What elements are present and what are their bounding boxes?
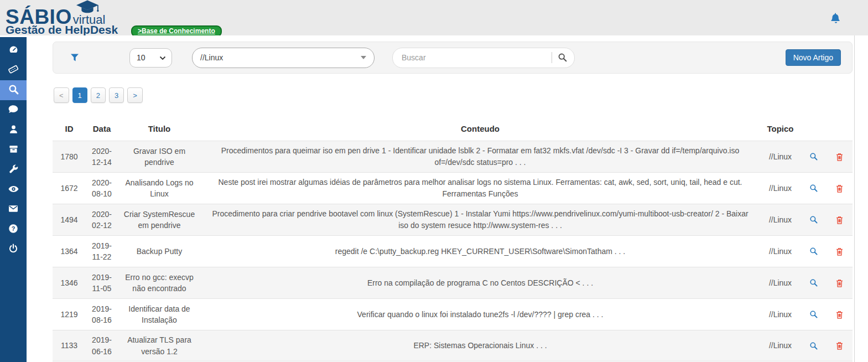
delete-article-icon[interactable]	[826, 278, 853, 288]
table-row: 1780 2020-12-14 Gravar ISO em pendrive P…	[53, 141, 853, 172]
sidebar-item-mail[interactable]	[0, 200, 27, 220]
article-date: 2020-02-12	[86, 209, 118, 231]
column-header-id: ID	[53, 124, 86, 133]
view-article-icon[interactable]	[801, 310, 826, 319]
pagination-prev-button[interactable]: <	[54, 87, 69, 103]
eye-icon	[8, 183, 19, 197]
article-content: ERP: Sistemas Operacionais Linux . . .	[201, 340, 760, 351]
article-title: Criar SystemRescue em pendrive	[118, 209, 201, 231]
article-topic: //Linux	[760, 340, 801, 351]
article-title: Atualizar TLS para versão 1.2	[118, 334, 201, 357]
view-article-icon[interactable]	[801, 278, 826, 287]
article-title: Backup Putty	[118, 246, 201, 257]
sidebar-nav: ?	[0, 37, 27, 362]
search-divider	[552, 52, 552, 63]
sidebar-item-users[interactable]	[0, 120, 27, 140]
article-date: 2019-11-05	[86, 272, 118, 294]
view-article-icon[interactable]	[801, 152, 826, 161]
articles-table: ID Data Titulo Conteudo Topico 1780 2020…	[53, 117, 853, 361]
article-date: 2019-08-16	[86, 303, 118, 326]
power-icon	[8, 243, 19, 256]
table-row: 1219 2019-08-16 Identificar data de Inst…	[53, 298, 853, 330]
article-date: 2020-08-10	[86, 177, 118, 200]
article-id: 1494	[53, 214, 86, 225]
article-date: 2020-12-14	[86, 146, 118, 168]
ticket-icon	[8, 64, 19, 77]
article-content: Procedimento para criar pendrive bootave…	[201, 208, 760, 231]
table-row: 1133 2019-06-16 Atualizar TLS para versã…	[53, 330, 853, 361]
article-date: 2019-06-16	[86, 334, 118, 357]
column-header-topico: Topico	[760, 124, 801, 133]
filter-funnel-icon[interactable]	[70, 53, 80, 63]
pagination-page-2-button[interactable]: 2	[91, 87, 106, 103]
column-header-conteudo: Conteudo	[201, 124, 760, 133]
sidebar-item-dashboard[interactable]	[0, 40, 27, 60]
article-id: 1364	[53, 246, 86, 257]
article-date: 2019-11-22	[86, 240, 118, 263]
pagination-page-1-button[interactable]: 1	[72, 87, 87, 103]
delete-article-icon[interactable]	[826, 184, 853, 193]
article-content: Erro na compilação de programa C no Cent…	[201, 277, 760, 289]
dropdown-arrow-icon	[361, 56, 366, 59]
sidebar-item-tickets[interactable]	[0, 60, 27, 80]
search-icon	[8, 84, 19, 97]
article-topic: //Linux	[760, 183, 801, 194]
dashboard-icon	[8, 44, 19, 57]
graduation-cap-icon	[74, 0, 101, 17]
table-row: 1494 2020-02-12 Criar SystemRescue em pe…	[53, 204, 853, 235]
article-topic: //Linux	[760, 214, 801, 225]
search-box	[392, 48, 575, 68]
delete-article-icon[interactable]	[826, 341, 853, 350]
chevron-down-icon	[159, 53, 166, 62]
pagination-page-3-button[interactable]: 3	[109, 87, 124, 103]
question-circle-icon: ?	[8, 223, 19, 236]
search-input[interactable]	[401, 53, 548, 63]
page-size-select[interactable]: 10	[129, 48, 172, 68]
article-id: 1780	[53, 151, 86, 162]
new-article-button[interactable]: Novo Artigo	[786, 49, 841, 66]
search-submit-icon[interactable]	[558, 53, 568, 63]
sidebar-item-knowledge-search[interactable]	[0, 80, 27, 100]
article-id: 1133	[53, 340, 86, 351]
main-content: 10 //Linux Novo Artigo < 1 2 3	[27, 35, 855, 362]
sidebar-item-tools[interactable]	[0, 160, 27, 180]
delete-article-icon[interactable]	[826, 310, 853, 319]
article-content: Neste post irei mostrar algumas idéias d…	[201, 177, 760, 200]
delete-article-icon[interactable]	[826, 247, 853, 256]
comment-icon	[8, 104, 19, 117]
topic-filter-select[interactable]: //Linux	[192, 48, 375, 68]
pagination-next-button[interactable]: >	[127, 87, 143, 103]
wrench-icon	[8, 164, 19, 177]
table-header-row: ID Data Titulo Conteudo Topico	[53, 117, 853, 141]
notifications-bell-icon[interactable]	[830, 12, 842, 27]
article-id: 1672	[53, 183, 86, 194]
pagination: < 1 2 3 >	[54, 87, 143, 103]
sidebar-item-archive[interactable]	[0, 140, 27, 160]
delete-article-icon[interactable]	[826, 215, 853, 225]
page-size-value: 10	[137, 53, 145, 62]
article-topic: //Linux	[760, 246, 801, 257]
sidebar-item-help[interactable]: ?	[0, 220, 27, 240]
envelope-icon	[8, 203, 19, 216]
article-content: Procedimentos para queimar iso em pen dr…	[201, 145, 760, 168]
article-topic: //Linux	[760, 277, 801, 288]
user-icon	[8, 124, 19, 137]
topic-filter-value: //Linux	[200, 53, 223, 62]
sidebar-item-monitor[interactable]	[0, 180, 27, 200]
view-article-icon[interactable]	[801, 184, 826, 193]
article-content: regedit /e C:\putty_backup.reg HKEY_CURR…	[201, 246, 760, 257]
delete-article-icon[interactable]	[826, 152, 853, 162]
article-topic: //Linux	[760, 309, 801, 320]
article-title: Gravar ISO em pendrive	[118, 146, 201, 168]
view-article-icon[interactable]	[801, 342, 826, 350]
column-header-titulo: Titulo	[118, 124, 201, 133]
article-content: Verificar quando o linux foi instalado t…	[201, 309, 760, 320]
column-header-data: Data	[86, 124, 118, 133]
article-title: Erro no gcc: execvp não encontrado	[118, 272, 201, 294]
view-article-icon[interactable]	[801, 247, 826, 256]
view-article-icon[interactable]	[801, 215, 826, 224]
sidebar-item-logout[interactable]	[0, 240, 27, 260]
table-row: 1364 2019-11-22 Backup Putty regedit /e …	[53, 235, 853, 267]
sidebar-item-comments[interactable]	[0, 100, 27, 120]
table-row: 1672 2020-08-10 Analisando Logs no Linux…	[53, 172, 853, 204]
